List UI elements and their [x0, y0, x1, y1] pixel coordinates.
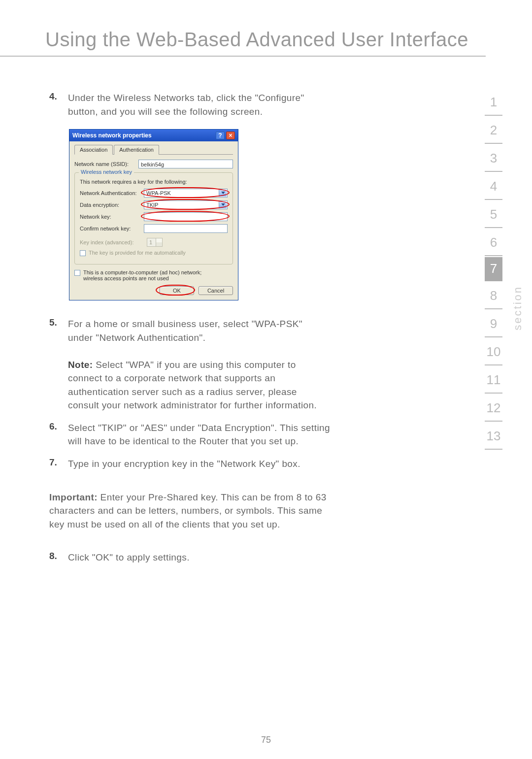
- close-icon[interactable]: ×: [226, 132, 235, 139]
- step-number: 8.: [49, 551, 68, 564]
- adhoc-label: This is a computer-to-computer (ad hoc) …: [83, 269, 221, 281]
- section-nav-item[interactable]: 3: [485, 145, 502, 172]
- ok-button[interactable]: OK: [160, 286, 194, 295]
- ssid-input[interactable]: belkin54g: [138, 160, 233, 168]
- chevron-down-icon: [221, 203, 225, 206]
- section-nav-item[interactable]: 10: [485, 338, 502, 365]
- network-auth-select[interactable]: WPA-PSK: [144, 189, 228, 198]
- tab-association[interactable]: Association: [74, 145, 113, 155]
- network-auth-label: Network Authentication:: [80, 190, 144, 196]
- page-title: Using the Web-Based Advanced User Interf…: [0, 0, 486, 57]
- section-nav-item[interactable]: 8: [485, 282, 502, 309]
- note-label: Note:: [68, 360, 93, 370]
- dialog-titlebar: Wireless network properties ? ×: [69, 130, 238, 141]
- step-number: 6.: [49, 421, 68, 448]
- page-number: 75: [0, 735, 532, 745]
- step-number: 7.: [49, 457, 68, 471]
- section-nav-item[interactable]: 11: [485, 366, 502, 394]
- section-nav-item[interactable]: 13: [485, 423, 502, 450]
- step-text: Type in your encryption key in the "Netw…: [68, 457, 330, 471]
- key-index-label: Key index (advanced):: [80, 239, 144, 245]
- section-nav-item[interactable]: 2: [485, 117, 502, 144]
- dialog-title: Wireless network properties: [72, 132, 214, 139]
- section-nav-item[interactable]: 1: [485, 89, 502, 116]
- auto-key-checkbox: [80, 250, 86, 256]
- note-text: Select "WPA" if you are using this compu…: [68, 360, 317, 411]
- step-text: Click "OK" to apply settings.: [68, 551, 330, 564]
- step-text: Select "TKIP" or "AES" under "Data Encry…: [68, 421, 330, 448]
- cancel-button[interactable]: Cancel: [199, 286, 233, 295]
- section-nav-item[interactable]: 6: [485, 229, 502, 256]
- confirm-key-label: Confirm network key:: [80, 226, 144, 231]
- section-nav-item[interactable]: 5: [485, 201, 502, 228]
- step-number: 5.: [49, 317, 68, 412]
- section-label-vertical: section: [511, 286, 524, 330]
- important-label: Important:: [49, 492, 98, 502]
- network-key-label: Network key:: [80, 214, 144, 220]
- section-nav-item[interactable]: 9: [485, 310, 502, 337]
- step-number: 4.: [49, 91, 68, 118]
- wireless-properties-dialog: Wireless network properties ? × Associat…: [69, 129, 238, 300]
- help-icon[interactable]: ?: [216, 132, 225, 139]
- auto-key-label: The key is provided for me automatically: [89, 250, 186, 256]
- step-text: For a home or small business user, selec…: [68, 319, 302, 343]
- section-nav-item-active[interactable]: 7: [485, 257, 502, 281]
- step-text: Under the Wireless Networks tab, click t…: [68, 91, 330, 118]
- fieldset-legend: Wireless network key: [79, 169, 134, 175]
- data-encryption-select[interactable]: TKIP: [144, 200, 228, 209]
- data-encryption-label: Data encryption:: [80, 202, 144, 208]
- adhoc-checkbox[interactable]: [74, 270, 80, 276]
- key-index-spinner: 1: [147, 238, 163, 247]
- ssid-label: Network name (SSID):: [74, 161, 138, 167]
- fieldset-intro: This network requires a key for the foll…: [80, 179, 228, 185]
- section-nav-item[interactable]: 12: [485, 395, 502, 422]
- confirm-key-input[interactable]: [144, 224, 228, 233]
- section-nav: 1 2 3 4 5 6 7 8 9 10 11 12 13: [480, 89, 507, 451]
- chevron-down-icon: [221, 192, 225, 194]
- section-nav-item[interactable]: 4: [485, 173, 502, 200]
- tab-authentication[interactable]: Authentication: [114, 145, 159, 155]
- network-key-input[interactable]: [144, 212, 228, 221]
